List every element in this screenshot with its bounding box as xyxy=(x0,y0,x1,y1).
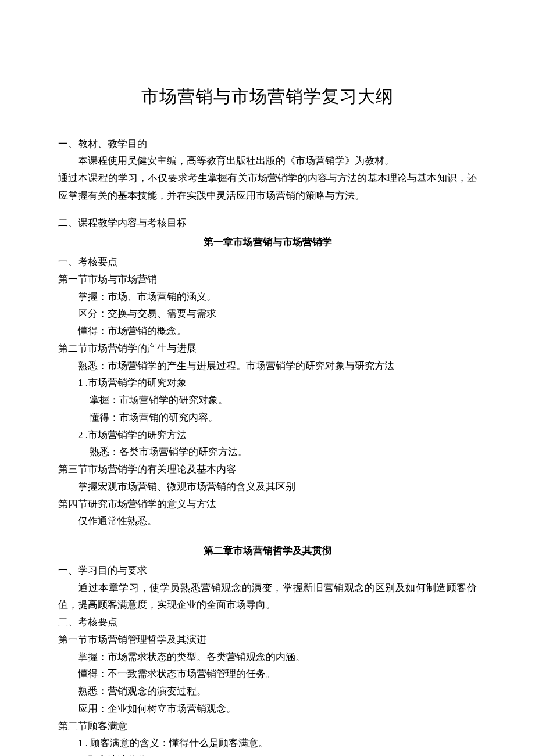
body-text: 掌握宏观市场营销、微观市场营销的含义及其区别 xyxy=(58,478,477,496)
list-item: 2 .市场营销学的研究方法 xyxy=(58,427,477,444)
list-item: 1 . 顾客满意的含义：懂得什么是顾客满意。 xyxy=(58,734,477,752)
document-page: 市场营销与市场营销学复习大纲 一、教材、教学目的 本课程使用吴健安主编，高等教育… xyxy=(0,0,535,756)
section-heading: 一、教材、教学目的 xyxy=(58,135,477,153)
section-heading: 二、课程教学内容与考核目标 xyxy=(58,214,477,232)
body-text: 懂得：市场营销的概念。 xyxy=(58,323,477,340)
body-text: 懂得：市场营销的研究内容。 xyxy=(58,409,477,427)
body-text: 掌握：市场需求状态的类型。各类营销观念的内涵。 xyxy=(58,648,477,666)
body-text: 懂得：不一致需求状态市场营销管理的任务。 xyxy=(58,665,477,683)
section-node-heading: 第一节市场与市场营销 xyxy=(58,271,477,288)
list-item: 2 .顾客让渡价值 xyxy=(58,752,477,756)
body-text: 仅作通常性熟悉。 xyxy=(58,513,477,530)
body-text: 通过本章学习，使学员熟悉营销观念的演变，掌握新旧营销观念的区别及如何制造顾客价值… xyxy=(58,579,477,614)
subsection-heading: 一、学习目的与要求 xyxy=(58,562,477,579)
body-text: 掌握：市场营销学的研究对象。 xyxy=(58,392,477,409)
document-title: 市场营销与市场营销学复习大纲 xyxy=(58,81,477,112)
subsection-heading: 二、考核要点 xyxy=(58,614,477,631)
section-node-heading: 第二节顾客满意 xyxy=(58,718,477,735)
body-text: 本课程使用吴健安主编，高等教育出版社出版的《市场营销学》为教材。 xyxy=(58,152,477,170)
body-text: 熟悉：市场营销学的产生与进展过程。市场营销学的研究对象与研究方法 xyxy=(58,357,477,375)
section-node-heading: 第四节研究市场营销学的意义与方法 xyxy=(58,496,477,513)
list-item: 1 .市场营销学的研究对象 xyxy=(58,374,477,392)
body-text: 熟悉：各类市场营销学的研究方法。 xyxy=(58,443,477,461)
body-text: 熟悉：营销观念的演变过程。 xyxy=(58,683,477,700)
subsection-heading: 一、考核要点 xyxy=(58,253,477,271)
spacer xyxy=(58,205,477,214)
section-node-heading: 第一节市场营销管理哲学及其演进 xyxy=(58,631,477,648)
section-node-heading: 第二节市场营销学的产生与进展 xyxy=(58,340,477,357)
chapter-heading: 第二章市场营销哲学及其贯彻 xyxy=(58,542,477,560)
body-text: 掌握：市场、市场营销的涵义。 xyxy=(58,288,477,306)
body-text: 应用：企业如何树立市场营销观念。 xyxy=(58,700,477,718)
body-text: 通过本课程的学习，不仅要求考生掌握有关市场营销学的内容与方法的基本理论与基本知识… xyxy=(58,170,477,205)
chapter-heading: 第一章市场营销与市场营销学 xyxy=(58,234,477,251)
body-text: 区分：交换与交易、需要与需求 xyxy=(58,305,477,323)
section-node-heading: 第三节市场营销学的有关理论及基本内容 xyxy=(58,461,477,478)
spacer xyxy=(58,530,477,540)
